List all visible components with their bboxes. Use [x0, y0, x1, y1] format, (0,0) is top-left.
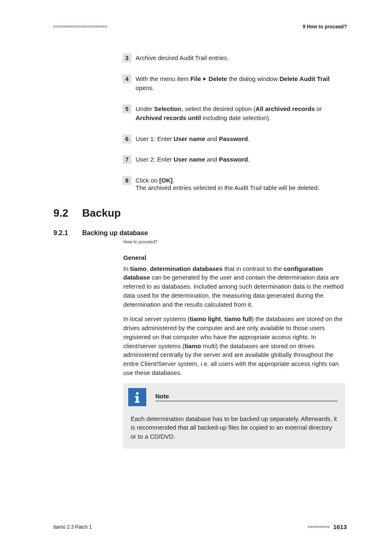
note-label-wrap: Note	[155, 393, 338, 402]
text: In	[123, 265, 130, 272]
text: that in contrast to the	[223, 265, 284, 272]
bold-text: tiamo light	[190, 315, 221, 322]
bold-text: tiamo	[130, 265, 147, 272]
footer-right: 1613	[308, 523, 347, 530]
note-label: Note	[155, 393, 338, 400]
info-icon	[128, 388, 146, 406]
bold-text: determination databases	[150, 265, 223, 272]
general-heading: General	[123, 254, 345, 261]
bold-text: User name	[174, 156, 205, 163]
bold-text: Password	[219, 156, 248, 163]
step-text: With the menu item File Delete the dialo…	[136, 74, 345, 93]
menu-arrow-icon	[203, 77, 206, 81]
section-number: 9.2	[53, 207, 82, 220]
section-title: Backup	[82, 207, 121, 220]
page-footer: tiamo 2.3 Patch 1 1613	[53, 523, 347, 530]
bold-text: [OK]	[159, 177, 173, 184]
bold-text: All archived records	[256, 105, 315, 112]
body-block: General In tiamo, determination database…	[123, 254, 345, 449]
text: and	[205, 135, 219, 142]
step-8-result: The archived entries selected in the Aud…	[136, 183, 345, 193]
step-text: Archive desired Audit Trail entries.	[136, 53, 229, 63]
bold-text: tiamo full	[224, 315, 252, 322]
bold-text: User name	[174, 135, 205, 142]
text: .	[248, 156, 250, 163]
bold-text: File	[190, 75, 201, 82]
text: .	[173, 177, 174, 184]
step-text: Under Selection, select the desired opti…	[136, 104, 345, 123]
text: the dialog window	[227, 75, 280, 82]
text: In local server systems (	[123, 315, 190, 322]
subsection-heading: 9.2.1 Backing up database	[53, 229, 347, 237]
step-4: 4 With the menu item File Delete the dia…	[122, 74, 347, 93]
step-text: User 2: Enter User name and Password.	[136, 155, 250, 164]
step-number: 7	[122, 155, 131, 164]
note-block: Note Each determination database has to …	[123, 383, 345, 449]
section-heading: 9.2 Backup	[53, 207, 347, 220]
text: With the menu item	[136, 75, 190, 82]
header-decoration-left	[53, 25, 108, 28]
text: User 2: Enter	[136, 156, 174, 163]
step-number: 5	[122, 104, 131, 113]
text: or	[315, 105, 322, 112]
text: opens.	[136, 84, 154, 91]
text: and	[205, 156, 219, 163]
bold-text: Archived records until	[136, 114, 201, 121]
text: , select the desired option (	[182, 105, 256, 112]
subsection-title: Backing up database	[82, 229, 148, 237]
text: including date selection).	[201, 114, 270, 121]
note-text: Each determination database has to be ba…	[123, 408, 345, 441]
page-number: 1613	[333, 523, 347, 530]
text: User 1: Enter	[136, 135, 174, 142]
step-number: 8	[122, 176, 131, 185]
header-chapter-label: 9 How to proceed?	[303, 24, 347, 30]
step-number: 3	[122, 53, 131, 62]
general-paragraph-1: In tiamo, determination databases that i…	[123, 264, 345, 309]
bold-text: Password	[219, 135, 248, 142]
text: ,	[147, 265, 150, 272]
svg-point-0	[136, 392, 138, 394]
step-7: 7 User 2: Enter User name and Password.	[122, 155, 347, 164]
step-5: 5 Under Selection, select the desired op…	[122, 104, 347, 123]
general-paragraph-2: In local server systems (tiamo light, ti…	[123, 314, 345, 377]
main-content: 3 Archive desired Audit Trail entries. 4…	[53, 53, 347, 449]
text: ,	[221, 315, 224, 322]
footer-version: tiamo 2.3 Patch 1	[53, 524, 92, 530]
svg-rect-3	[135, 401, 140, 403]
subsection-number: 9.2.1	[53, 229, 82, 237]
bold-text: Delete	[209, 75, 227, 82]
subsection-breadcrumb: How to proceed?	[123, 239, 347, 244]
page-container: 9 How to proceed? 3 Archive desired Audi…	[0, 0, 392, 555]
svg-rect-2	[135, 396, 138, 398]
step-text: User 1: Enter User name and Password.	[136, 134, 250, 144]
text: Under	[136, 105, 154, 112]
text: can be generated by the user and contain…	[123, 274, 344, 308]
step-number: 6	[122, 134, 131, 143]
text: Click on	[136, 177, 159, 184]
step-number: 4	[122, 74, 131, 83]
footer-decoration	[308, 526, 330, 528]
note-header: Note	[123, 383, 345, 408]
bold-text: tiamo	[184, 342, 201, 349]
bold-text: Delete Audit Trail	[279, 75, 330, 82]
step-3: 3 Archive desired Audit Trail entries.	[122, 53, 347, 63]
text: .	[248, 135, 250, 142]
bold-text: Selection	[154, 105, 182, 112]
step-6: 6 User 1: Enter User name and Password.	[122, 134, 347, 144]
note-divider	[155, 401, 338, 402]
